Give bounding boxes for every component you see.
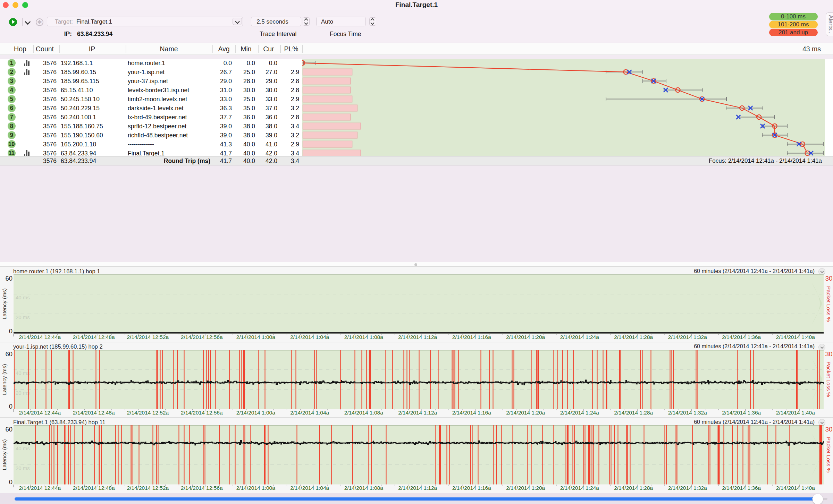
svg-text:40 ms: 40 ms bbox=[16, 370, 30, 376]
svg-text:20 ms: 20 ms bbox=[16, 465, 30, 471]
svg-text:40 ms: 40 ms bbox=[16, 445, 30, 451]
svg-text:20 ms: 20 ms bbox=[16, 314, 30, 320]
svg-text:40 ms: 40 ms bbox=[16, 294, 30, 300]
svg-text:20 ms: 20 ms bbox=[16, 390, 30, 395]
